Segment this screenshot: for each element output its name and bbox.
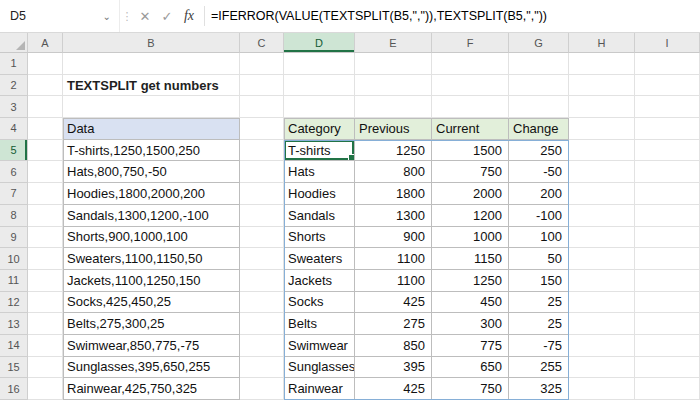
- table-cell[interactable]: 1250: [432, 270, 509, 292]
- column-header-i[interactable]: I: [635, 33, 700, 53]
- column-header-h[interactable]: H: [569, 33, 635, 53]
- table-cell[interactable]: 1100: [355, 248, 432, 270]
- cell[interactable]: [432, 53, 509, 75]
- cell[interactable]: [355, 75, 432, 97]
- cell[interactable]: [240, 313, 284, 335]
- data-cell[interactable]: T-shirts,1250,1500,250: [63, 140, 240, 162]
- table-cell[interactable]: 425: [355, 292, 432, 314]
- cell[interactable]: [569, 335, 635, 357]
- table-cell[interactable]: -50: [509, 161, 569, 183]
- table-cell[interactable]: Hats: [284, 161, 355, 183]
- table-cell[interactable]: 775: [432, 335, 509, 357]
- cell[interactable]: [509, 53, 569, 75]
- cell[interactable]: [28, 205, 63, 227]
- cell[interactable]: [635, 118, 700, 140]
- cell[interactable]: [240, 227, 284, 249]
- table-cell[interactable]: Socks: [284, 292, 355, 314]
- cell[interactable]: [569, 357, 635, 379]
- cell[interactable]: [284, 75, 355, 97]
- table-cell[interactable]: 1250: [355, 140, 432, 162]
- cell[interactable]: [28, 248, 63, 270]
- table-cell[interactable]: 450: [432, 292, 509, 314]
- cell[interactable]: [569, 183, 635, 205]
- chevron-down-icon[interactable]: ⌄: [103, 11, 111, 22]
- cell[interactable]: [635, 227, 700, 249]
- data-cell[interactable]: Jackets,1100,1250,150: [63, 270, 240, 292]
- cell[interactable]: [569, 53, 635, 75]
- row-header[interactable]: 1: [0, 53, 28, 75]
- cell[interactable]: [28, 227, 63, 249]
- cell[interactable]: [569, 75, 635, 97]
- table-cell[interactable]: 100: [509, 227, 569, 249]
- row-header[interactable]: 13: [0, 313, 28, 335]
- table-cell[interactable]: 1000: [432, 227, 509, 249]
- cell[interactable]: [28, 270, 63, 292]
- data-cell[interactable]: Rainwear,425,750,325: [63, 378, 240, 400]
- data-cell[interactable]: Hats,800,750,-50: [63, 161, 240, 183]
- cell[interactable]: [569, 378, 635, 400]
- cell[interactable]: [240, 183, 284, 205]
- cell[interactable]: [28, 335, 63, 357]
- table-cell[interactable]: 275: [355, 313, 432, 335]
- table-cell[interactable]: 200: [509, 183, 569, 205]
- cell[interactable]: [28, 378, 63, 400]
- cell[interactable]: [28, 140, 63, 162]
- table-cell[interactable]: 255: [509, 357, 569, 379]
- cell[interactable]: [284, 96, 355, 118]
- cell[interactable]: [635, 183, 700, 205]
- cell[interactable]: [635, 248, 700, 270]
- table-header-previous[interactable]: Previous: [355, 118, 432, 140]
- data-cell[interactable]: Sweaters,1100,1150,50: [63, 248, 240, 270]
- table-cell[interactable]: 850: [355, 335, 432, 357]
- cell[interactable]: [635, 140, 700, 162]
- cell[interactable]: [635, 357, 700, 379]
- data-cell[interactable]: Sunglasses,395,650,255: [63, 357, 240, 379]
- table-cell[interactable]: 1150: [432, 248, 509, 270]
- data-cell[interactable]: Sandals,1300,1200,-100: [63, 205, 240, 227]
- row-header[interactable]: 6: [0, 161, 28, 183]
- cell[interactable]: [240, 118, 284, 140]
- cell[interactable]: [28, 75, 63, 97]
- data-cell[interactable]: Belts,275,300,25: [63, 313, 240, 335]
- table-cell[interactable]: Belts: [284, 313, 355, 335]
- cell[interactable]: [569, 292, 635, 314]
- cell[interactable]: [569, 140, 635, 162]
- table-cell[interactable]: Sandals: [284, 205, 355, 227]
- cell[interactable]: [432, 75, 509, 97]
- cell[interactable]: [240, 357, 284, 379]
- cell[interactable]: [355, 96, 432, 118]
- cell[interactable]: [569, 313, 635, 335]
- row-header[interactable]: 3: [0, 96, 28, 118]
- table-cell[interactable]: Shorts: [284, 227, 355, 249]
- table-cell[interactable]: 1100: [355, 270, 432, 292]
- row-header[interactable]: 9: [0, 227, 28, 249]
- cell[interactable]: [28, 357, 63, 379]
- table-cell[interactable]: 250: [509, 140, 569, 162]
- cell[interactable]: [240, 75, 284, 97]
- column-header-g[interactable]: G: [509, 33, 569, 53]
- column-header-d[interactable]: D: [284, 33, 355, 53]
- data-cell[interactable]: Hoodies,1800,2000,200: [63, 183, 240, 205]
- table-header-change[interactable]: Change: [509, 118, 569, 140]
- cell[interactable]: [635, 270, 700, 292]
- row-header[interactable]: 11: [0, 270, 28, 292]
- cell[interactable]: [569, 161, 635, 183]
- cell[interactable]: [284, 53, 355, 75]
- column-header-c[interactable]: C: [240, 33, 284, 53]
- cell[interactable]: [28, 313, 63, 335]
- table-cell[interactable]: 425: [355, 378, 432, 400]
- cell[interactable]: [509, 96, 569, 118]
- cell[interactable]: [635, 335, 700, 357]
- cell[interactable]: [635, 53, 700, 75]
- table-cell[interactable]: 1300: [355, 205, 432, 227]
- row-header[interactable]: 15: [0, 357, 28, 379]
- formula-bar-resize-handle[interactable]: ⋮: [120, 10, 134, 23]
- row-header[interactable]: 10: [0, 248, 28, 270]
- cell[interactable]: [63, 96, 240, 118]
- table-cell[interactable]: 2000: [432, 183, 509, 205]
- table-cell[interactable]: 25: [509, 292, 569, 314]
- table-cell[interactable]: 1800: [355, 183, 432, 205]
- active-cell[interactable]: T-shirts: [284, 140, 355, 162]
- row-header[interactable]: 2: [0, 75, 28, 97]
- cell[interactable]: [240, 53, 284, 75]
